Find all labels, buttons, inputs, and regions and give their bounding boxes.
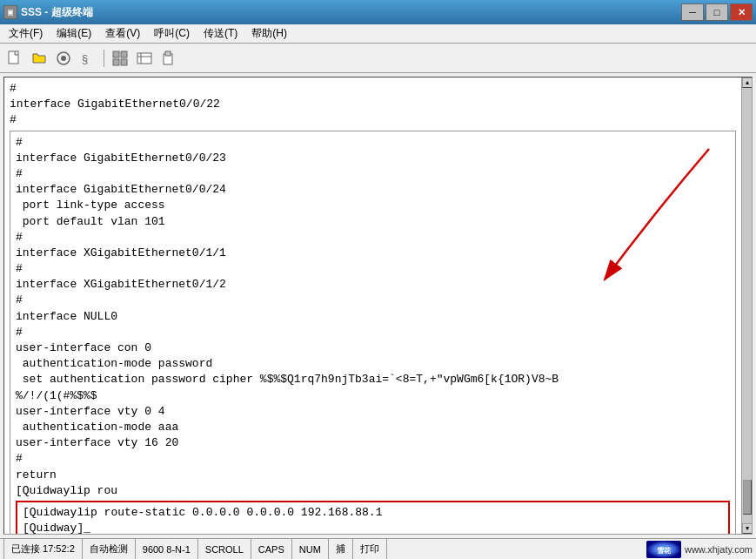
maximize-button[interactable]: □ xyxy=(706,3,728,21)
open-icon xyxy=(31,51,47,66)
status-bar: 已连接 17:52:2 自动检测 9600 8-N-1 SCROLL CAPS … xyxy=(0,538,756,559)
highlighted-command-box: [Quidwaylip route-static 0.0.0.0 0.0.0.0… xyxy=(16,501,730,534)
terminal-text-above: # interface GigabitEthernet0/0/22 # xyxy=(10,81,736,129)
capture-icon xyxy=(137,51,152,66)
window-controls: ─ □ ✕ xyxy=(681,3,753,21)
menu-help[interactable]: 帮助(H) xyxy=(244,24,294,43)
watermark-logo: 雪花 xyxy=(646,541,681,558)
window-title: SSS - 超级终端 xyxy=(21,5,93,20)
status-caps: CAPS xyxy=(251,539,292,559)
svg-rect-4 xyxy=(113,51,119,57)
dial-icon xyxy=(56,51,71,66)
menu-view[interactable]: 查看(V) xyxy=(98,24,147,43)
toolbar-btn6[interactable] xyxy=(133,47,156,70)
menu-edit[interactable]: 编辑(E) xyxy=(50,24,98,43)
svg-rect-8 xyxy=(137,53,151,64)
watermark-url: www.xhjaty.com xyxy=(685,544,753,555)
status-auto: 自动检测 xyxy=(83,539,136,559)
terminal-text-main: # interface GigabitEthernet0/0/23 # inte… xyxy=(16,135,730,499)
toolbar-open-button[interactable] xyxy=(28,47,50,70)
status-num: NUM xyxy=(292,539,329,559)
svg-rect-6 xyxy=(113,59,119,65)
disconnect-icon: § xyxy=(80,51,96,66)
menu-file[interactable]: 文件(F) xyxy=(2,24,50,43)
command-line-2: [Quidway]_ xyxy=(23,521,723,534)
app-icon: ▣ xyxy=(3,5,17,19)
menu-call[interactable]: 呼叫(C) xyxy=(147,24,197,43)
svg-rect-5 xyxy=(121,51,127,57)
terminal-content: # interface GigabitEthernet0/0/22 # # in… xyxy=(4,77,741,534)
status-connection: 已连接 17:52:2 xyxy=(3,539,83,559)
scroll-down-button[interactable]: ▼ xyxy=(742,523,753,534)
menu-bar: 文件(F) 编辑(E) 查看(V) 呼叫(C) 传送(T) 帮助(H) xyxy=(0,24,756,44)
scroll-track xyxy=(742,88,753,523)
toolbar-btn5[interactable] xyxy=(109,47,131,70)
status-capture: 捕 xyxy=(329,539,353,559)
toolbar-new-button[interactable] xyxy=(3,47,26,70)
paste-icon xyxy=(161,51,177,66)
svg-rect-0 xyxy=(9,51,18,64)
svg-rect-12 xyxy=(165,51,171,56)
new-icon xyxy=(7,51,23,66)
status-print: 打印 xyxy=(353,539,387,559)
toolbar-btn7[interactable] xyxy=(157,47,180,70)
scroll-up-button[interactable]: ▲ xyxy=(742,77,753,88)
svg-text:雪花: 雪花 xyxy=(657,547,672,555)
toolbar: § xyxy=(0,44,756,73)
minimize-button[interactable]: ─ xyxy=(681,3,704,21)
terminal-main-box: # interface GigabitEthernet0/0/23 # inte… xyxy=(10,131,736,534)
toolbar-separator-1 xyxy=(104,50,104,67)
scrollbar[interactable]: ▲ ▼ xyxy=(741,77,752,534)
status-scroll: SCROLL xyxy=(198,539,251,559)
svg-point-2 xyxy=(61,56,66,61)
properties-icon xyxy=(112,51,128,66)
title-bar-left: ▣ SSS - 超级终端 xyxy=(3,5,93,20)
status-right: 雪花 www.xhjaty.com xyxy=(639,541,753,558)
svg-rect-7 xyxy=(121,59,127,65)
toolbar-btn3[interactable] xyxy=(52,47,75,70)
menu-transfer[interactable]: 传送(T) xyxy=(197,24,244,43)
scroll-thumb[interactable] xyxy=(743,480,752,515)
terminal-wrapper: # interface GigabitEthernet0/0/22 # # in… xyxy=(0,73,756,538)
svg-text:§: § xyxy=(82,52,88,65)
status-baud: 9600 8-N-1 xyxy=(136,539,198,559)
command-line-1: [Quidwaylip route-static 0.0.0.0 0.0.0.0… xyxy=(23,505,723,521)
toolbar-btn4[interactable]: § xyxy=(77,47,99,70)
title-bar: ▣ SSS - 超级终端 ─ □ ✕ xyxy=(0,0,756,24)
close-button[interactable]: ✕ xyxy=(730,3,753,21)
terminal-area[interactable]: # interface GigabitEthernet0/0/22 # # in… xyxy=(3,77,753,535)
watermark: 雪花 www.xhjaty.com xyxy=(646,541,753,558)
